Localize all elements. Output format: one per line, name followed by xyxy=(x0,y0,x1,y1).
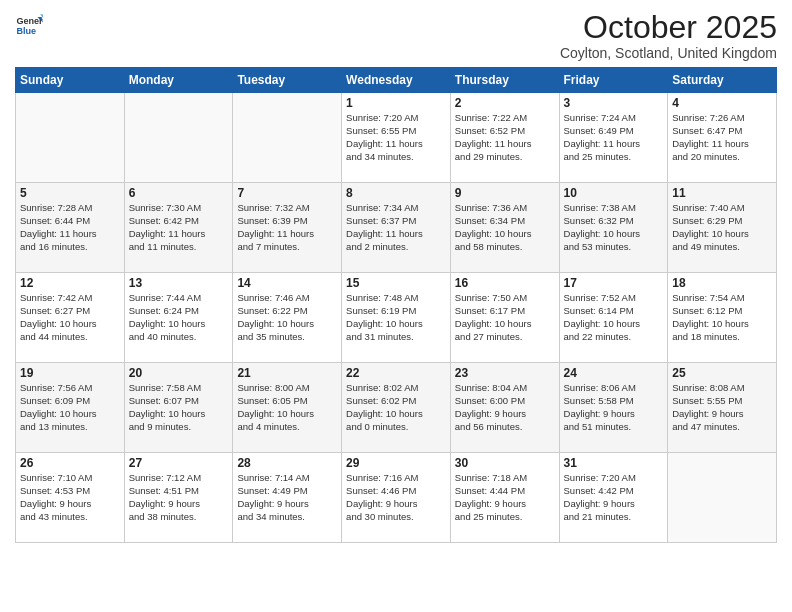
day-number: 15 xyxy=(346,276,446,290)
table-row xyxy=(233,93,342,183)
day-number: 26 xyxy=(20,456,120,470)
day-info: Sunrise: 8:00 AM Sunset: 6:05 PM Dayligh… xyxy=(237,382,337,433)
day-info: Sunrise: 7:38 AM Sunset: 6:32 PM Dayligh… xyxy=(564,202,664,253)
table-row: 10Sunrise: 7:38 AM Sunset: 6:32 PM Dayli… xyxy=(559,183,668,273)
day-info: Sunrise: 7:28 AM Sunset: 6:44 PM Dayligh… xyxy=(20,202,120,253)
day-number: 25 xyxy=(672,366,772,380)
day-info: Sunrise: 7:52 AM Sunset: 6:14 PM Dayligh… xyxy=(564,292,664,343)
day-number: 4 xyxy=(672,96,772,110)
logo-icon: General Blue xyxy=(15,10,43,38)
header-monday: Monday xyxy=(124,68,233,93)
table-row: 20Sunrise: 7:58 AM Sunset: 6:07 PM Dayli… xyxy=(124,363,233,453)
header-friday: Friday xyxy=(559,68,668,93)
table-row: 18Sunrise: 7:54 AM Sunset: 6:12 PM Dayli… xyxy=(668,273,777,363)
table-row: 1Sunrise: 7:20 AM Sunset: 6:55 PM Daylig… xyxy=(342,93,451,183)
table-row: 14Sunrise: 7:46 AM Sunset: 6:22 PM Dayli… xyxy=(233,273,342,363)
day-info: Sunrise: 7:46 AM Sunset: 6:22 PM Dayligh… xyxy=(237,292,337,343)
day-number: 21 xyxy=(237,366,337,380)
day-info: Sunrise: 7:40 AM Sunset: 6:29 PM Dayligh… xyxy=(672,202,772,253)
calendar-table: Sunday Monday Tuesday Wednesday Thursday… xyxy=(15,67,777,543)
table-row: 4Sunrise: 7:26 AM Sunset: 6:47 PM Daylig… xyxy=(668,93,777,183)
day-info: Sunrise: 8:02 AM Sunset: 6:02 PM Dayligh… xyxy=(346,382,446,433)
day-info: Sunrise: 7:22 AM Sunset: 6:52 PM Dayligh… xyxy=(455,112,555,163)
table-row: 19Sunrise: 7:56 AM Sunset: 6:09 PM Dayli… xyxy=(16,363,125,453)
day-number: 30 xyxy=(455,456,555,470)
day-info: Sunrise: 7:58 AM Sunset: 6:07 PM Dayligh… xyxy=(129,382,229,433)
table-row: 24Sunrise: 8:06 AM Sunset: 5:58 PM Dayli… xyxy=(559,363,668,453)
page: General Blue October 2025 Coylton, Scotl… xyxy=(0,0,792,612)
table-row: 23Sunrise: 8:04 AM Sunset: 6:00 PM Dayli… xyxy=(450,363,559,453)
day-number: 8 xyxy=(346,186,446,200)
day-number: 14 xyxy=(237,276,337,290)
table-row: 2Sunrise: 7:22 AM Sunset: 6:52 PM Daylig… xyxy=(450,93,559,183)
table-row: 7Sunrise: 7:32 AM Sunset: 6:39 PM Daylig… xyxy=(233,183,342,273)
table-row: 5Sunrise: 7:28 AM Sunset: 6:44 PM Daylig… xyxy=(16,183,125,273)
table-row: 22Sunrise: 8:02 AM Sunset: 6:02 PM Dayli… xyxy=(342,363,451,453)
table-row: 28Sunrise: 7:14 AM Sunset: 4:49 PM Dayli… xyxy=(233,453,342,543)
table-row: 6Sunrise: 7:30 AM Sunset: 6:42 PM Daylig… xyxy=(124,183,233,273)
logo: General Blue xyxy=(15,10,43,38)
day-number: 23 xyxy=(455,366,555,380)
day-number: 2 xyxy=(455,96,555,110)
day-number: 1 xyxy=(346,96,446,110)
table-row: 11Sunrise: 7:40 AM Sunset: 6:29 PM Dayli… xyxy=(668,183,777,273)
day-number: 13 xyxy=(129,276,229,290)
table-row: 26Sunrise: 7:10 AM Sunset: 4:53 PM Dayli… xyxy=(16,453,125,543)
header-sunday: Sunday xyxy=(16,68,125,93)
day-info: Sunrise: 7:30 AM Sunset: 6:42 PM Dayligh… xyxy=(129,202,229,253)
day-number: 7 xyxy=(237,186,337,200)
day-info: Sunrise: 7:20 AM Sunset: 4:42 PM Dayligh… xyxy=(564,472,664,523)
title-block: October 2025 Coylton, Scotland, United K… xyxy=(560,10,777,61)
day-number: 27 xyxy=(129,456,229,470)
day-info: Sunrise: 8:08 AM Sunset: 5:55 PM Dayligh… xyxy=(672,382,772,433)
day-number: 17 xyxy=(564,276,664,290)
day-number: 20 xyxy=(129,366,229,380)
day-number: 12 xyxy=(20,276,120,290)
day-info: Sunrise: 7:14 AM Sunset: 4:49 PM Dayligh… xyxy=(237,472,337,523)
day-info: Sunrise: 7:34 AM Sunset: 6:37 PM Dayligh… xyxy=(346,202,446,253)
table-row: 13Sunrise: 7:44 AM Sunset: 6:24 PM Dayli… xyxy=(124,273,233,363)
header-wednesday: Wednesday xyxy=(342,68,451,93)
table-row: 25Sunrise: 8:08 AM Sunset: 5:55 PM Dayli… xyxy=(668,363,777,453)
day-number: 24 xyxy=(564,366,664,380)
day-info: Sunrise: 7:20 AM Sunset: 6:55 PM Dayligh… xyxy=(346,112,446,163)
day-info: Sunrise: 7:54 AM Sunset: 6:12 PM Dayligh… xyxy=(672,292,772,343)
day-number: 18 xyxy=(672,276,772,290)
day-info: Sunrise: 7:36 AM Sunset: 6:34 PM Dayligh… xyxy=(455,202,555,253)
day-info: Sunrise: 7:48 AM Sunset: 6:19 PM Dayligh… xyxy=(346,292,446,343)
table-row xyxy=(668,453,777,543)
day-number: 11 xyxy=(672,186,772,200)
day-info: Sunrise: 7:44 AM Sunset: 6:24 PM Dayligh… xyxy=(129,292,229,343)
day-number: 22 xyxy=(346,366,446,380)
table-row: 30Sunrise: 7:18 AM Sunset: 4:44 PM Dayli… xyxy=(450,453,559,543)
table-row: 12Sunrise: 7:42 AM Sunset: 6:27 PM Dayli… xyxy=(16,273,125,363)
day-info: Sunrise: 7:32 AM Sunset: 6:39 PM Dayligh… xyxy=(237,202,337,253)
day-number: 31 xyxy=(564,456,664,470)
day-info: Sunrise: 7:16 AM Sunset: 4:46 PM Dayligh… xyxy=(346,472,446,523)
day-info: Sunrise: 7:10 AM Sunset: 4:53 PM Dayligh… xyxy=(20,472,120,523)
day-info: Sunrise: 7:26 AM Sunset: 6:47 PM Dayligh… xyxy=(672,112,772,163)
day-info: Sunrise: 8:06 AM Sunset: 5:58 PM Dayligh… xyxy=(564,382,664,433)
day-number: 28 xyxy=(237,456,337,470)
table-row: 27Sunrise: 7:12 AM Sunset: 4:51 PM Dayli… xyxy=(124,453,233,543)
day-number: 29 xyxy=(346,456,446,470)
day-info: Sunrise: 7:50 AM Sunset: 6:17 PM Dayligh… xyxy=(455,292,555,343)
day-info: Sunrise: 8:04 AM Sunset: 6:00 PM Dayligh… xyxy=(455,382,555,433)
day-info: Sunrise: 7:24 AM Sunset: 6:49 PM Dayligh… xyxy=(564,112,664,163)
day-number: 3 xyxy=(564,96,664,110)
day-number: 6 xyxy=(129,186,229,200)
day-number: 9 xyxy=(455,186,555,200)
table-row: 21Sunrise: 8:00 AM Sunset: 6:05 PM Dayli… xyxy=(233,363,342,453)
header-thursday: Thursday xyxy=(450,68,559,93)
day-info: Sunrise: 7:12 AM Sunset: 4:51 PM Dayligh… xyxy=(129,472,229,523)
table-row: 31Sunrise: 7:20 AM Sunset: 4:42 PM Dayli… xyxy=(559,453,668,543)
table-row: 29Sunrise: 7:16 AM Sunset: 4:46 PM Dayli… xyxy=(342,453,451,543)
day-number: 16 xyxy=(455,276,555,290)
day-number: 19 xyxy=(20,366,120,380)
day-info: Sunrise: 7:56 AM Sunset: 6:09 PM Dayligh… xyxy=(20,382,120,433)
header-saturday: Saturday xyxy=(668,68,777,93)
svg-text:Blue: Blue xyxy=(16,26,36,36)
table-row: 17Sunrise: 7:52 AM Sunset: 6:14 PM Dayli… xyxy=(559,273,668,363)
month-title: October 2025 xyxy=(560,10,777,45)
table-row: 3Sunrise: 7:24 AM Sunset: 6:49 PM Daylig… xyxy=(559,93,668,183)
